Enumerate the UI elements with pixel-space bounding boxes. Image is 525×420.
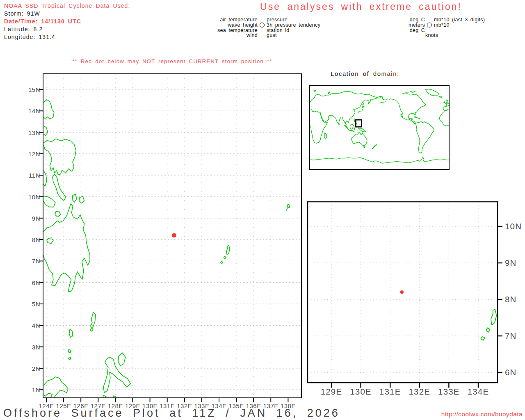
world-coastline [363,146,365,148]
coastline [486,328,490,332]
zoom-x-tick-label: 131E [379,387,401,397]
caution-title: Use analyses with extreme caution! [246,1,476,12]
coastline [180,183,185,209]
coastline [79,196,84,203]
coastline [224,256,226,259]
main-y-tick-label: 3N [23,343,40,350]
legend-mb10: mb*10 [434,23,485,28]
zoom-y-tick-label: 6N [505,368,517,377]
coastline [240,226,249,237]
coastline [90,328,93,331]
zoom-x-tick-label: 130E [350,387,372,397]
main-y-tick-label: 14N [23,107,40,114]
site-url: http://coolwx.com/buoydata [441,411,523,418]
world-coastline [382,96,415,123]
zoom-map-frame [308,202,498,383]
coastline [68,349,71,353]
world-coastline [345,125,349,130]
world-coastline [446,100,448,104]
main-y-tick-label: 4N [23,322,40,329]
station-circle-icon [260,23,265,27]
coastline [47,238,53,244]
station-circle-icon [427,23,432,27]
world-coastline [354,127,356,130]
world-coastline [310,157,449,163]
world-coastline [403,93,409,94]
legend-meters: meters [400,23,425,28]
world-coastline [354,119,357,125]
world-coastline [324,133,327,139]
world-coastline [310,113,327,143]
world-coastline [443,105,449,111]
world-coastline [338,123,340,124]
main-y-tick-label: 9N [23,215,40,221]
world-coastline [411,91,415,92]
main-y-tick-label: 7N [23,258,40,265]
world-coastlines [310,89,449,163]
main-y-tick-label: 1N [23,386,40,393]
legend-wind: wind [207,33,258,38]
world-coastline [414,116,418,118]
world-coastline [415,122,434,153]
storm-position-warning: ** Red dot below may NOT represent CURRE… [70,58,275,64]
coastline [180,106,187,122]
data-source-header: NOAA SSD Tropical Cyclone Data Used: Sto… [4,2,130,41]
world-coastline [350,124,354,130]
coastline [103,357,131,393]
world-inset-map [310,85,449,169]
main-map-frame [43,74,301,398]
zoom-x-tick-label: 133E [438,387,460,397]
main-y-tick-label: 15N [23,86,40,93]
plot-title: Offshore Surface Plot at 11Z / JAN 16, 2… [3,407,340,420]
coastline [44,196,55,207]
world-coastline [425,89,439,96]
zoom-y-tick-label: 8N [505,294,517,304]
zoom-y-tick-label: 7N [505,331,517,341]
coastline [286,208,288,210]
world-coastline [310,91,382,125]
domain-rectangle [356,120,361,127]
legend-knots: knots [425,33,485,38]
coastline [491,309,497,325]
main-y-tick-label: 5N [23,301,40,308]
coastline [44,139,76,175]
legend-gust: gust [267,33,320,38]
world-map-frame [310,85,449,169]
legend-3h-pressure-tendency: 3h pressure tendency [267,23,320,28]
coastline [195,188,217,233]
coastline [180,226,200,244]
main-y-tick-label: 6N [23,279,40,286]
legend-deg-c-air: deg C [400,17,425,23]
main-map [39,74,301,402]
inset-map-title: Location of domain: [310,70,420,77]
coastline [103,395,106,398]
world-coastline [349,130,354,132]
zoom-y-tick-label: 10N [505,221,522,231]
coastline [68,357,71,360]
header-longitude-line: Longitude: 131.4 [4,33,130,41]
storm-dot-main [172,233,176,237]
world-coastline [372,146,374,149]
zoom-x-tick-label: 129E [321,387,342,397]
world-coastline [439,96,442,98]
zoom-domain-map [180,62,525,420]
world-coastline [363,103,363,105]
zoom-y-tick-label: 9N [505,258,517,268]
main-y-tick-label: 8N [23,236,40,243]
world-coastline [328,92,330,94]
header-storm-line: Storm: 91W [4,10,130,18]
legend-pressure: pressure [267,17,320,23]
world-coastline [374,145,377,147]
coastline [118,353,126,365]
coastline [221,261,223,263]
legend-air-temperature: air temperature [207,17,258,23]
coastline [91,312,96,329]
coastline [226,245,230,255]
world-coastline [379,102,386,103]
world-coastline [439,111,449,126]
coastline [72,194,77,202]
world-coastline [443,102,445,103]
main-y-tick-label: 10N [23,193,40,200]
world-coastline [358,128,366,132]
main-y-tick-label: 2N [23,365,40,372]
